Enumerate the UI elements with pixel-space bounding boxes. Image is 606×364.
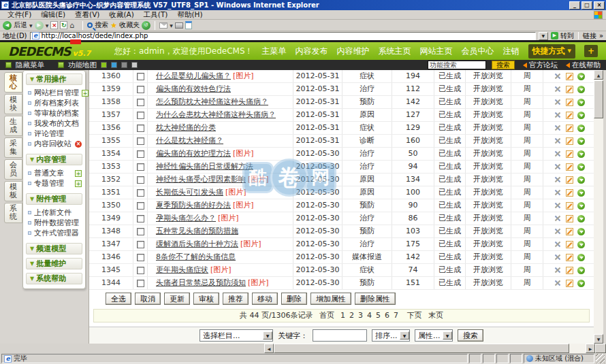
attributes-icon[interactable] [554, 163, 562, 171]
edit-icon[interactable] [566, 73, 573, 80]
attributes-icon[interactable] [554, 85, 562, 93]
menu-item[interactable]: 文件(F) [3, 10, 36, 20]
doc-title-link[interactable]: 枕大神经痛的分类 [156, 123, 216, 132]
theme-swatch-grey-icon[interactable] [121, 62, 127, 68]
attributes-icon[interactable] [554, 201, 562, 210]
row-checkbox[interactable] [137, 215, 144, 222]
attribute-select[interactable]: 属性...▼ [415, 329, 453, 342]
menu-item[interactable]: 工具(T) [139, 10, 173, 20]
header-nav-item[interactable]: 注销 [503, 46, 520, 57]
sidebar-tab[interactable]: 核心 [4, 72, 22, 93]
edit-icon[interactable] [566, 215, 573, 222]
menu-item[interactable]: 收藏(A) [104, 10, 138, 20]
edit-icon[interactable] [566, 99, 573, 106]
batch-action-button[interactable]: 全选 [106, 293, 131, 305]
function-search-button[interactable]: 搜索 [492, 61, 515, 69]
edit-icon[interactable] [566, 228, 573, 235]
doc-title-link[interactable]: 偏头痛的有效护理方法 [156, 149, 231, 158]
scroll-left-icon[interactable]: ◀ [264, 344, 274, 353]
edit-icon[interactable] [566, 241, 573, 248]
address-dropdown-icon[interactable]: ▼ [539, 32, 548, 40]
sidebar-item-badge-icon[interactable]: + [75, 170, 82, 177]
links-label[interactable]: 链接 [583, 31, 596, 41]
history-icon[interactable]: ↺ [142, 21, 150, 30]
edit-icon[interactable] [566, 125, 573, 132]
preview-icon[interactable] [577, 189, 585, 197]
attributes-icon[interactable] [554, 214, 562, 222]
preview-icon[interactable] [577, 125, 585, 132]
horizontal-scroll-thumb[interactable] [274, 344, 569, 353]
preview-icon[interactable] [577, 99, 585, 106]
print-icon[interactable] [175, 22, 183, 29]
sidebar-section-header[interactable]: ▼ 频道模型 [26, 243, 82, 254]
scroll-right-icon[interactable]: ▶ [586, 344, 595, 353]
home-icon[interactable]: ⌂ [69, 21, 78, 30]
batch-action-button[interactable]: 删除属性 [355, 293, 396, 305]
pagination-first[interactable]: 首页 [319, 311, 334, 320]
batch-action-button[interactable]: 删除 [281, 293, 307, 305]
theme-swatch-blue-icon[interactable] [111, 62, 117, 68]
doc-title-link[interactable]: 什么是婴幼儿偏头痛？ [156, 71, 231, 80]
pagination-page-link[interactable]: 2 [349, 311, 354, 320]
scroll-down-icon[interactable]: ▼ [594, 334, 603, 344]
preview-icon[interactable] [577, 215, 585, 222]
preview-icon[interactable] [577, 73, 585, 80]
sidebar-section-header[interactable]: ▼ 内容管理 [26, 154, 82, 165]
sidebar-menu-item[interactable]: 我发布的文档 [28, 118, 82, 129]
attributes-icon[interactable] [554, 279, 562, 287]
vertical-scroll-thumb[interactable] [594, 80, 603, 118]
mail-icon[interactable] [159, 22, 168, 29]
preview-icon[interactable] [577, 254, 585, 261]
batch-action-button[interactable]: 移动 [252, 293, 278, 305]
search-icon[interactable] [87, 22, 93, 28]
links-chevron-icon[interactable]: » [599, 32, 603, 39]
attributes-icon[interactable] [554, 253, 562, 261]
close-button[interactable]: × [594, 1, 605, 10]
batch-action-button[interactable]: 推荐 [223, 293, 249, 305]
preview-icon[interactable] [577, 150, 585, 158]
edit-icon[interactable] [566, 202, 573, 210]
sidebar-section-header[interactable]: ▼ 系统帮助 [26, 273, 82, 284]
sidebar-item-badge-icon[interactable]: × [75, 141, 82, 148]
forward-dropdown-icon[interactable]: ▼ [46, 23, 49, 28]
row-checkbox[interactable] [137, 241, 144, 248]
edit-icon[interactable] [566, 86, 573, 93]
sidebar-tab[interactable]: 模板 [4, 181, 22, 201]
preview-icon[interactable] [577, 176, 585, 184]
batch-action-button[interactable]: 更新 [164, 293, 190, 305]
edit-page-icon[interactable] [185, 21, 192, 29]
doc-title-link[interactable]: 神经性偏头痛的日常缓解方法 [156, 162, 253, 171]
hide-menu-button[interactable]: 隐藏菜单 [16, 61, 44, 70]
sort-select[interactable]: 排序...▼ [372, 329, 410, 342]
favorites-label[interactable]: 收藏夹 [119, 20, 140, 30]
row-checkbox[interactable] [137, 112, 144, 119]
maximize-button[interactable]: □ [581, 1, 592, 10]
attributes-icon[interactable] [554, 240, 562, 248]
row-checkbox[interactable] [137, 150, 144, 158]
edit-icon[interactable] [566, 163, 573, 171]
go-button[interactable]: ▶ 转到 [551, 31, 574, 41]
batch-action-button[interactable]: 取消 [135, 293, 161, 305]
row-checkbox[interactable] [137, 137, 144, 145]
attributes-icon[interactable] [554, 124, 562, 132]
batch-action-button[interactable]: 审核 [193, 293, 219, 305]
row-checkbox[interactable] [137, 280, 144, 287]
edit-icon[interactable] [566, 280, 573, 287]
doc-title-link[interactable]: 缓解酒后头痛的十种方法 [156, 239, 238, 248]
pagination-page-link[interactable]: 5 [376, 311, 381, 320]
preview-icon[interactable] [577, 163, 585, 171]
pagination-last[interactable]: 末页 [428, 311, 443, 320]
sidebar-section-header[interactable]: ▼ 附件管理 [26, 193, 82, 205]
pagination-page-link[interactable]: 7 [394, 311, 398, 320]
sidebar-menu-item[interactable]: 普通文章 + [28, 168, 82, 178]
theme-swatch-light-icon[interactable] [131, 62, 138, 68]
attributes-icon[interactable] [554, 188, 562, 197]
theme-swatch-green-icon[interactable] [101, 62, 107, 68]
row-checkbox[interactable] [137, 163, 144, 171]
doc-title-link[interactable]: 长期低头可引发头痛 [156, 188, 223, 197]
doc-title-link[interactable]: 8条你不了解的头痛信息 [156, 252, 236, 261]
attributes-icon[interactable] [554, 266, 562, 274]
pagination-page-link[interactable]: 1 [340, 311, 345, 320]
doc-title-link[interactable]: 更年期头痛症状 [156, 265, 208, 274]
forward-icon[interactable]: ▶ [35, 21, 44, 30]
